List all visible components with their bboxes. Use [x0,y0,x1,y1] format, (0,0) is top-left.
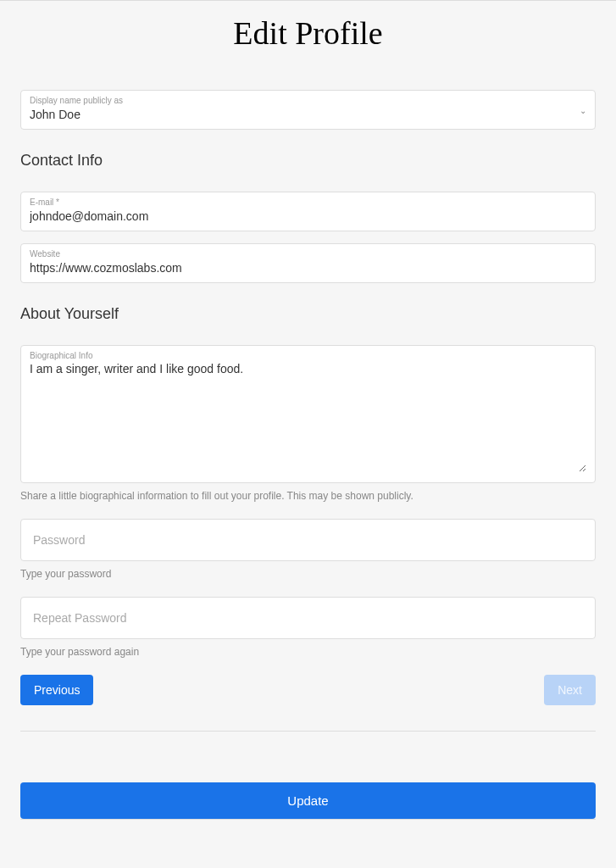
previous-button[interactable]: Previous [20,675,93,705]
email-field-wrap[interactable]: E-mail * [20,192,596,231]
nav-row: Previous Next [20,675,596,705]
email-label: E-mail * [30,198,586,207]
password-field[interactable] [21,520,595,560]
submit-wrap: Update [20,782,596,819]
display-name-select[interactable] [30,108,586,121]
divider [20,731,596,732]
website-label: Website [30,249,586,259]
bio-field-wrap[interactable]: Biographical Info [20,345,596,483]
contact-info-heading: Contact Info [20,152,596,170]
repeat-password-helper: Type your password again [20,646,596,658]
repeat-password-field[interactable] [21,598,595,638]
bio-helper: Share a little biographical information … [20,490,596,502]
website-field[interactable] [30,261,586,275]
email-field[interactable] [30,209,586,223]
bio-textarea[interactable] [30,362,586,472]
next-button: Next [544,675,596,705]
website-field-wrap[interactable]: Website [20,243,596,283]
password-field-wrap[interactable] [20,519,596,561]
display-name-label: Display name publicly as [30,96,586,105]
about-yourself-heading: About Yourself [20,305,596,323]
password-helper: Type your password [20,568,596,580]
divider [20,819,596,820]
repeat-password-field-wrap[interactable] [20,597,596,639]
page-title: Edit Profile [20,14,596,52]
bio-label: Biographical Info [30,351,586,360]
update-button[interactable]: Update [20,782,596,819]
display-name-field[interactable]: Display name publicly as ⌄ [20,90,596,130]
